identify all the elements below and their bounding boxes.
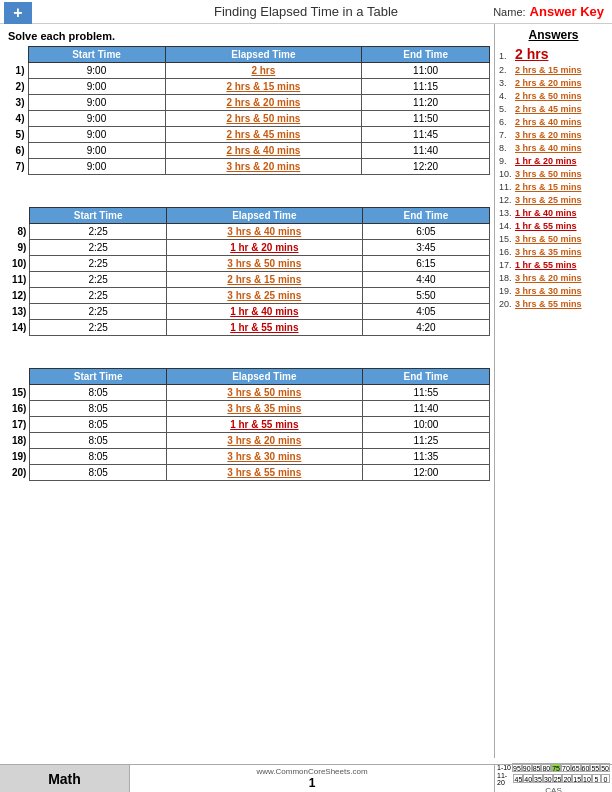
answer-number: 14. [499,221,515,231]
elapsed-time: 2 hrs & 50 mins [165,111,362,127]
row-number: 14) [8,320,30,336]
answer-value: 2 hrs & 15 mins [515,182,582,192]
score-cell: 85 [532,763,542,772]
score-grid: 1-109590858075706560555011-2045403530252… [497,763,610,786]
answer-item: 5.2 hrs & 45 mins [499,104,608,114]
answer-item: 10.3 hrs & 50 mins [499,169,608,179]
start-time: 2:25 [30,304,166,320]
end-time: 12:20 [362,159,490,175]
end-time: 6:05 [362,224,489,240]
table1-header-end: End Time [362,47,490,63]
table-row: 12)2:253 hrs & 25 mins5:50 [8,288,490,304]
score-cell: 30 [543,774,553,783]
score-cell: 90 [522,763,532,772]
start-time: 9:00 [28,63,165,79]
table1-header-start: Start Time [28,47,165,63]
start-time: 8:05 [30,449,166,465]
elapsed-time: 3 hrs & 20 mins [166,433,362,449]
answer-item: 20.3 hrs & 55 mins [499,299,608,309]
answer-number: 9. [499,156,515,166]
end-time: 5:50 [362,288,489,304]
table-row: 10)2:253 hrs & 50 mins6:15 [8,256,490,272]
answer-number: 3. [499,78,515,88]
row-number: 1) [8,63,28,79]
score-cell: 75 [551,763,561,772]
elapsed-time: 2 hrs & 45 mins [165,127,362,143]
elapsed-time: 3 hrs & 35 mins [166,401,362,417]
score-cell: 25 [553,774,563,783]
answer-value: 2 hrs & 40 mins [515,117,582,127]
score-cell: 0 [601,774,610,783]
table-3: Start Time Elapsed Time End Time 15)8:05… [8,368,490,481]
answer-item: 18.3 hrs & 20 mins [499,273,608,283]
answer-number: 17. [499,260,515,270]
footer-url: www.CommonCoreSheets.com [256,767,367,776]
answer-value: 3 hrs & 40 mins [515,143,582,153]
table-row: 17)8:051 hr & 55 mins10:00 [8,417,490,433]
table-2: Start Time Elapsed Time End Time 8)2:253… [8,207,490,336]
row-number: 18) [8,433,30,449]
table-row: 16)8:053 hrs & 35 mins11:40 [8,401,490,417]
end-time: 11:45 [362,127,490,143]
row-number: 17) [8,417,30,433]
end-time: 11:40 [362,143,490,159]
row-number: 20) [8,465,30,481]
end-time: 11:35 [362,449,489,465]
table-row: 4)9:002 hrs & 50 mins11:50 [8,111,490,127]
table3-header-elapsed: Elapsed Time [166,369,362,385]
end-time: 11:40 [362,401,489,417]
answer-value: 2 hrs & 15 mins [515,65,582,75]
table-row: 7)9:003 hrs & 20 mins12:20 [8,159,490,175]
end-time: 10:00 [362,417,489,433]
start-time: 8:05 [30,385,166,401]
elapsed-time: 3 hrs & 25 mins [166,288,362,304]
row-number: 10) [8,256,30,272]
score-cell: 35 [533,774,543,783]
answer-item: 6.2 hrs & 40 mins [499,117,608,127]
answer-number: 2. [499,65,515,75]
answer-item: 13.1 hr & 40 mins [499,208,608,218]
start-time: 8:05 [30,401,166,417]
row-number: 11) [8,272,30,288]
start-time: 9:00 [28,127,165,143]
answer-value: 2 hrs & 50 mins [515,91,582,101]
table-row: 20)8:053 hrs & 55 mins12:00 [8,465,490,481]
row-number: 2) [8,79,28,95]
table-row: 1)9:002 hrs11:00 [8,63,490,79]
table3-header-end: End Time [362,369,489,385]
table3-header-start: Start Time [30,369,166,385]
table2-header-end: End Time [362,208,489,224]
answers-panel: Answers 1.2 hrs2.2 hrs & 15 mins3.2 hrs … [494,24,612,758]
score-cell: 65 [571,763,581,772]
elapsed-time: 2 hrs & 20 mins [165,95,362,111]
start-time: 9:00 [28,159,165,175]
score-cell: 40 [523,774,533,783]
answer-item: 3.2 hrs & 20 mins [499,78,608,88]
answer-number: 8. [499,143,515,153]
score-cell: 45 [513,774,523,783]
elapsed-time: 1 hr & 20 mins [166,240,362,256]
answer-value: 3 hrs & 25 mins [515,195,582,205]
score-cell: 10 [582,774,592,783]
end-time: 12:00 [362,465,489,481]
answer-item: 8.3 hrs & 40 mins [499,143,608,153]
left-panel: Solve each problem. Start Time Elapsed T… [0,24,494,758]
answer-item: 19.3 hrs & 30 mins [499,286,608,296]
table2-header-elapsed: Elapsed Time [166,208,362,224]
row-number: 19) [8,449,30,465]
answers-list: 1.2 hrs2.2 hrs & 15 mins3.2 hrs & 20 min… [499,46,608,309]
start-time: 2:25 [30,240,166,256]
footer-center: www.CommonCoreSheets.com 1 [130,765,494,792]
main-content: Solve each problem. Start Time Elapsed T… [0,24,612,758]
start-time: 9:00 [28,111,165,127]
row-number: 7) [8,159,28,175]
start-time: 9:00 [28,79,165,95]
answer-value: 2 hrs & 45 mins [515,104,582,114]
cas-label: CAS [497,786,610,793]
footer-page: 1 [309,776,316,790]
answer-item: 2.2 hrs & 15 mins [499,65,608,75]
elapsed-time: 2 hrs & 15 mins [165,79,362,95]
score-cell: 80 [541,763,551,772]
score-cell: 70 [561,763,571,772]
end-time: 4:40 [362,272,489,288]
